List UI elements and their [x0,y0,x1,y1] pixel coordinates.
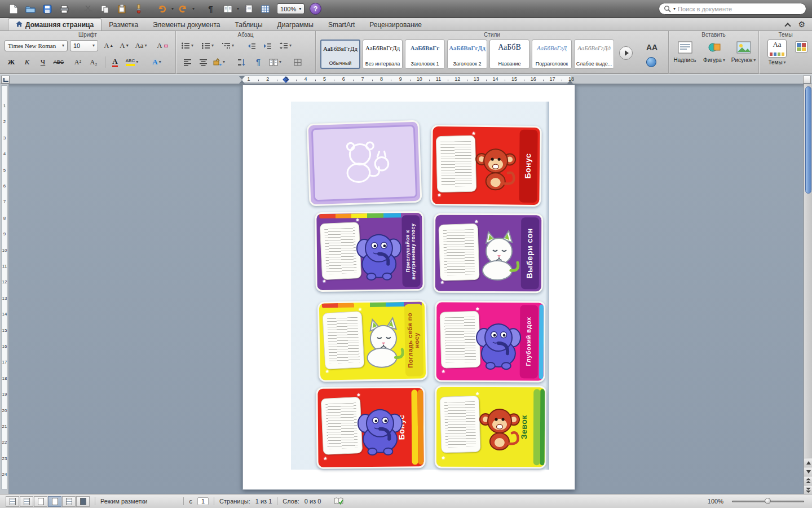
layout-dropdown-icon[interactable]: ▾ [237,7,239,11]
scroll-down-button[interactable] [804,467,812,476]
first-line-indent-marker[interactable] [239,76,245,80]
style-item-4[interactable]: АаБбВвГгДдЗаголовок 2 [447,40,487,69]
redo-dropdown-icon[interactable]: ▾ [192,7,195,11]
numbered-list-button[interactable]: ▾ [201,40,214,52]
italic-button[interactable]: К [20,56,34,68]
print-button[interactable] [56,2,72,16]
table-grid-button[interactable] [258,2,273,16]
change-case-button[interactable]: Аа▾ [134,40,148,52]
hanging-indent-marker[interactable] [239,80,245,84]
cut-button[interactable] [80,2,95,16]
tab-review[interactable]: Рецензирование [362,19,429,30]
more-styles-button[interactable] [619,46,633,60]
ruler-toggle-button[interactable] [803,76,811,84]
vertical-scrollbar[interactable] [804,84,812,494]
previous-page-button[interactable] [804,476,812,485]
insert-text-box-button[interactable]: Надпись [671,38,699,71]
tab-tables[interactable]: Таблицы [228,19,270,30]
tab-document-elements[interactable]: Элементы документа [145,19,227,30]
card-title: Бонус [524,154,533,179]
format-painter-button[interactable] [131,2,146,16]
paste-button[interactable] [114,2,129,16]
undo-button[interactable] [155,2,170,16]
grow-font-button[interactable]: А▴ [102,40,115,52]
words-value[interactable]: 0 из 0 [304,498,321,505]
multilevel-list-button[interactable]: ▾ [221,40,235,52]
spelling-status-icon[interactable] [334,497,343,505]
columns-button[interactable]: ▾ [268,56,282,68]
columns-dropdown-icon: ▾ [279,60,281,64]
align-center-button[interactable] [196,56,210,68]
search-box[interactable]: ▾ [659,3,806,15]
sort-button[interactable] [235,56,248,68]
superscript-button[interactable]: А² [71,56,85,68]
edge-stripe [533,389,540,465]
outline-view-button[interactable] [20,496,33,507]
search-input[interactable] [678,6,801,12]
fill-color-button[interactable]: ▾ [212,56,226,68]
shrink-font-button[interactable]: А▾ [117,40,131,52]
open-button[interactable] [23,2,38,16]
style-item-6[interactable]: АаБбВвГгДПодзаголовок [532,40,572,69]
undo-dropdown-icon[interactable]: ▾ [171,7,174,11]
tab-charts[interactable]: Диаграммы [270,19,321,30]
scrollbar-thumb[interactable] [805,86,811,194]
zoom-select[interactable]: 100%▾ [277,3,304,14]
style-item-1[interactable]: АаБбВвГгДдОбычный [320,40,360,69]
copy-button[interactable] [97,2,112,16]
print-layout-button[interactable] [48,496,61,507]
settings-gear-icon[interactable]: ⚙ [798,20,805,28]
redo-button[interactable] [175,2,191,16]
align-left-button[interactable] [180,56,194,68]
tab-stop-selector[interactable] [1,76,10,84]
style-item-2[interactable]: АаБбВвГгДдБез интервала [363,40,403,69]
bulleted-list-button[interactable]: ▾ [180,40,194,52]
insert-shape-button[interactable]: Фигура▾ [700,38,728,71]
save-button[interactable] [39,2,55,16]
section-value[interactable]: 1 [197,497,209,505]
search-scope-dropdown-icon[interactable]: ▾ [673,7,676,11]
increase-indent-button[interactable] [261,40,274,52]
style-item-7[interactable]: АаБбВвГгДдСлабое выде... [574,40,614,69]
themes-button[interactable]: Аа Темы▾ [762,38,792,71]
text-effects-button[interactable]: А▾ [150,56,164,68]
tab-smartart[interactable]: SmartArt [321,19,362,30]
bold-button[interactable]: Ж [5,56,18,68]
strikethrough-button[interactable]: ABC [52,56,65,68]
zoom-slider[interactable] [732,497,804,505]
game-card-7: Зевок** [435,386,547,469]
pages-value[interactable]: 1 из 1 [255,498,272,505]
line-spacing-button[interactable]: ▾ [279,40,292,52]
manage-styles-button[interactable] [646,57,656,67]
tab-home[interactable]: Домашняя страница [8,18,102,30]
show-paragraph-marks-button[interactable]: ¶ [251,56,265,68]
font-color-button[interactable]: А [108,56,122,68]
new-document-button[interactable] [6,2,21,16]
next-page-button[interactable] [804,485,812,494]
publishing-layout-button[interactable] [34,496,47,507]
font-name-select[interactable]: Times New Roman▾ [5,40,68,51]
focus-view-button[interactable] [76,496,90,507]
ribbon-collapse-button[interactable] [784,22,791,27]
style-item-5[interactable]: АаБбВНазвание [489,40,529,69]
decrease-indent-button[interactable] [245,40,258,52]
layout-view-button[interactable] [220,2,235,16]
insert-picture-button[interactable]: Рисунок▾ [730,38,757,71]
help-button[interactable]: ? [310,3,321,15]
theme-colors-button[interactable] [795,41,807,52]
notebook-button[interactable] [241,2,256,16]
highlight-button[interactable]: ABC▾ [125,56,139,68]
borders-button[interactable] [291,56,304,68]
zoom-slider-thumb[interactable] [765,498,771,504]
font-size-select[interactable]: 10▾ [70,40,98,51]
paragraph-marks-button[interactable]: ¶ [203,2,218,16]
styles-pane-button[interactable]: АА [641,40,663,55]
draft-view-button[interactable] [6,496,19,507]
subscript-button[interactable]: А₂ [87,56,100,68]
style-item-3[interactable]: АаБбВвГгЗаголовок 1 [405,40,445,69]
tab-layout[interactable]: Разметка [102,19,145,30]
underline-button[interactable]: Ч [36,56,50,68]
notebook-layout-button[interactable] [62,496,76,507]
scroll-up-button[interactable] [804,458,812,467]
clear-formatting-button[interactable]: А [156,40,169,52]
